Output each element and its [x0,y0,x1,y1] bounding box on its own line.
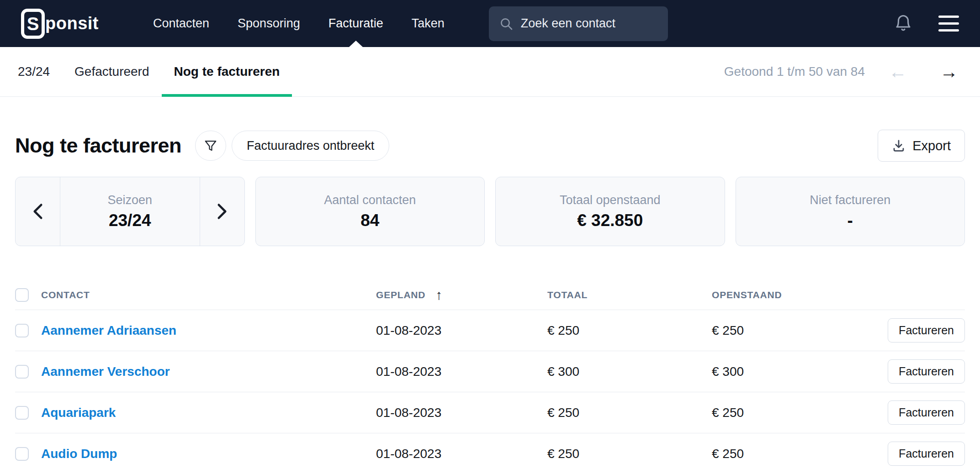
hamburger-icon [938,16,959,18]
gepland-cell: 01-08-2023 [376,323,547,338]
export-label: Export [912,138,951,153]
select-all-checkbox[interactable] [15,288,29,302]
column-header-contact: CONTACT [41,290,376,300]
stat-label: Niet factureren [810,193,890,207]
stat-card-totaal-openstaand: Totaal openstaand € 32.850 [495,177,725,246]
pagination-info: Getoond 1 t/m 50 van 84 [724,64,865,79]
table-row: Aquariapark 01-08-2023 € 250 € 250 Factu… [15,392,965,433]
factureren-button[interactable]: Factureren [888,400,965,425]
tab-label: Nog te factureren [174,64,280,79]
sponsit-logo-icon: S [21,9,45,39]
download-icon [892,139,906,153]
pagination: Getoond 1 t/m 50 van 84 ← → [724,47,975,96]
row-checkbox[interactable] [15,324,29,337]
contact-link[interactable]: Aannemer Adriaansen [41,323,376,338]
table-row: Audio Dump 01-08-2023 € 250 € 250 Factur… [15,433,965,474]
stat-card-niet-factureren: Niet factureren - [736,177,965,246]
hamburger-icon [938,22,959,25]
season-card: Seizoen 23/24 [15,177,245,246]
logo-text: ponsit [45,14,99,33]
tab-gefactureerd[interactable]: Gefactureerd [62,47,161,96]
table-row: Aannemer Adriaansen 01-08-2023 € 250 € 2… [15,310,965,351]
invoices-table: CONTACT GEPLAND ↑ TOTAAL OPENSTAAND Aann… [15,280,965,474]
top-navbar: S ponsit Contacten Sponsoring Facturatie… [0,0,980,47]
tab-season[interactable]: 23/24 [5,47,62,96]
filter-chip-factuuradres[interactable]: Factuuradres ontbreekt [232,131,389,161]
stat-cards-row: Seizoen 23/24 Aantal contacten 84 Totaal… [15,177,965,246]
contact-link[interactable]: Aannemer Verschoor [41,364,376,379]
row-checkbox[interactable] [15,447,29,461]
filter-chip-label: Factuuradres ontbreekt [247,139,374,153]
openstaand-cell: € 250 [712,406,896,420]
row-checkbox[interactable] [15,406,29,420]
filter-button[interactable] [195,131,226,161]
logo-badge-letter: S [27,15,39,33]
previous-page-arrow-icon[interactable]: ← [884,63,911,81]
openstaand-cell: € 300 [712,364,896,379]
totaal-cell: € 250 [547,447,712,461]
nav-item-contacten[interactable]: Contacten [139,0,223,47]
gepland-cell: 01-08-2023 [376,364,547,379]
nav-item-sponsoring[interactable]: Sponsoring [223,0,314,47]
stat-value: € 32.850 [577,211,643,230]
stat-value: 84 [360,211,379,230]
notifications-button[interactable] [894,14,913,33]
filter-funnel-icon [204,139,217,153]
column-header-label: GEPLAND [376,290,425,300]
export-button[interactable]: Export [878,130,965,162]
table-row: Aannemer Verschoor 01-08-2023 € 300 € 30… [15,351,965,392]
season-value: 23/24 [109,211,151,230]
stat-value: - [848,211,853,230]
nav-item-facturatie[interactable]: Facturatie [314,0,397,47]
nav-item-label: Sponsoring [238,16,300,31]
contact-link[interactable]: Aquariapark [41,406,376,420]
nav-item-taken[interactable]: Taken [397,0,459,47]
openstaand-cell: € 250 [712,323,896,338]
main-content: Nog te factureren Factuuradres ontbreekt… [0,130,980,474]
sponsit-logo[interactable]: S ponsit [21,9,99,39]
title-row: Nog te factureren Factuuradres ontbreekt… [15,130,965,162]
chevron-right-icon [217,203,227,220]
hamburger-icon [938,29,959,32]
nav-item-label: Contacten [153,16,209,31]
stat-card-aantal-contacten: Aantal contacten 84 [255,177,485,246]
column-header-totaal: TOTAAL [547,290,712,300]
column-header-gepland[interactable]: GEPLAND ↑ [376,287,547,303]
totaal-cell: € 300 [547,364,712,379]
chevron-left-icon [33,203,43,220]
factureren-button[interactable]: Factureren [888,318,965,342]
column-header-openstaand: OPENSTAAND [712,290,896,300]
season-value-block: Seizoen 23/24 [60,177,200,246]
stat-label: Totaal openstaand [560,193,661,207]
next-page-arrow-icon[interactable]: → [935,63,963,81]
bell-icon [894,14,913,33]
active-nav-caret-icon [349,41,363,47]
nav-item-label: Facturatie [328,16,383,31]
search-icon [499,16,514,31]
row-checkbox[interactable] [15,365,29,379]
totaal-cell: € 250 [547,406,712,420]
factureren-button[interactable]: Factureren [888,442,965,466]
next-season-button[interactable] [200,177,244,246]
contact-link[interactable]: Audio Dump [41,447,376,461]
tab-nog-te-factureren[interactable]: Nog te factureren [162,47,292,96]
nav-item-label: Taken [412,16,445,31]
sub-tabbar: 23/24 Gefactureerd Nog te factureren Get… [0,47,980,97]
totaal-cell: € 250 [547,323,712,338]
previous-season-button[interactable] [16,177,60,246]
stat-label: Aantal contacten [324,193,416,207]
search-input[interactable] [521,16,658,31]
tab-label: Gefactureerd [74,64,149,79]
openstaand-cell: € 250 [712,447,896,461]
contact-search[interactable] [489,6,668,41]
tab-label: 23/24 [18,64,50,79]
menu-button[interactable] [938,16,959,32]
factureren-button[interactable]: Factureren [888,359,965,384]
main-nav: Contacten Sponsoring Facturatie Taken [139,0,459,47]
season-label: Seizoen [107,193,152,207]
page-title: Nog te factureren [15,134,181,158]
gepland-cell: 01-08-2023 [376,447,547,461]
table-header-row: CONTACT GEPLAND ↑ TOTAAL OPENSTAAND [15,280,965,310]
gepland-cell: 01-08-2023 [376,406,547,420]
sort-ascending-icon[interactable]: ↑ [435,287,443,303]
